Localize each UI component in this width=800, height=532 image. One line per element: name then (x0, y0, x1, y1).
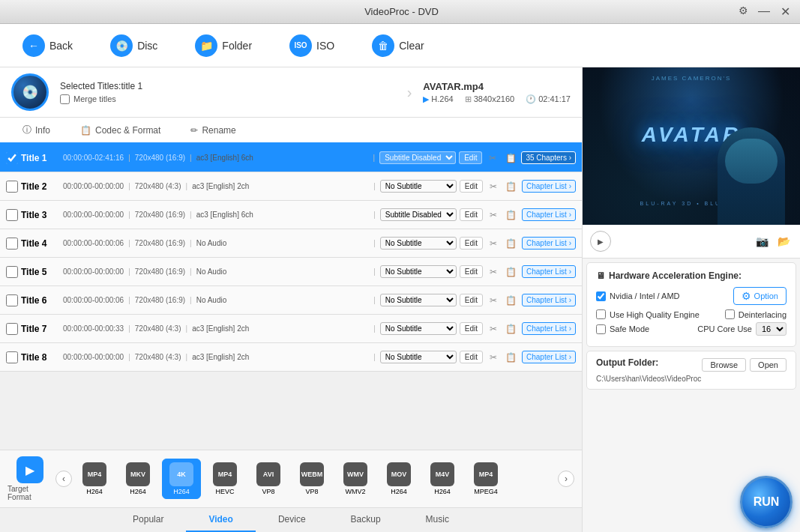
title-row[interactable]: Title 1 00:00:00-02:41:16 | 720x480 (16:… (0, 144, 582, 172)
edit-button[interactable]: Edit (460, 208, 483, 221)
format-item[interactable]: 4K H264 (162, 459, 201, 499)
option-button[interactable]: ⚙ Option (733, 287, 787, 305)
title-checkbox[interactable] (6, 238, 18, 250)
edit-button[interactable]: Edit (459, 151, 482, 164)
subtitle-select[interactable]: No SubtitleSubtitle Disabled (380, 351, 457, 363)
title-checkbox[interactable] (6, 152, 18, 164)
format-item[interactable]: WEBM VP8 (292, 459, 331, 499)
copy-icon[interactable]: 📋 (504, 321, 519, 336)
settings-icon[interactable]: ⚙ (736, 4, 751, 19)
bottom-tab-backup[interactable]: Backup (328, 508, 403, 532)
title-checkbox[interactable] (6, 351, 18, 363)
iso-button[interactable]: ISO ISO (282, 30, 342, 61)
clear-button[interactable]: 🗑 Clear (364, 30, 431, 61)
format-item[interactable]: WMV WMV2 (336, 459, 375, 499)
chapter-list-button[interactable]: Chapter List › (522, 265, 576, 278)
tab-codec-format[interactable]: 📋 Codec & Format (65, 118, 175, 144)
screenshot-icon[interactable]: 📷 (753, 232, 771, 250)
tab-rename[interactable]: ✏ Rename (175, 118, 250, 144)
edit-button[interactable]: Edit (460, 237, 483, 250)
title-row[interactable]: Title 8 00:00:00-00:00:00 | 720x480 (4:3… (0, 343, 582, 372)
format-item[interactable]: M4V H264 (423, 459, 462, 499)
folder-button[interactable]: 📁 Folder (187, 30, 259, 61)
cut-icon[interactable]: ✂ (486, 236, 501, 251)
chapter-list-button[interactable]: Chapter List › (522, 294, 576, 306)
title-row[interactable]: Title 6 00:00:00-00:00:06 | 720x480 (16:… (0, 286, 582, 315)
copy-icon[interactable]: 📋 (504, 208, 519, 223)
chapter-list-button[interactable]: Chapter List › (522, 208, 576, 221)
cut-icon[interactable]: ✂ (486, 321, 501, 336)
title-row[interactable]: Title 2 00:00:00-00:00:00 | 720x480 (4:3… (0, 172, 582, 201)
cut-icon[interactable]: ✂ (486, 350, 501, 365)
title-checkbox[interactable] (6, 294, 18, 306)
cut-icon[interactable]: ✂ (485, 151, 500, 166)
subtitle-select[interactable]: No SubtitleSubtitle Disabled (380, 180, 457, 193)
title-checkbox[interactable] (6, 181, 18, 193)
open-button[interactable]: Open (750, 358, 787, 372)
cut-icon[interactable]: ✂ (486, 293, 501, 308)
title-checkbox[interactable] (6, 209, 18, 221)
title-checkbox[interactable] (6, 323, 18, 335)
nvidia-checkbox[interactable] (596, 291, 606, 301)
format-item[interactable]: MOV H264 (379, 459, 418, 499)
chapter-list-button[interactable]: Chapter List › (522, 351, 576, 363)
window-controls[interactable]: ⚙ — ✕ (736, 4, 793, 19)
format-item[interactable]: MP4 MPEG4 (466, 459, 505, 499)
format-item[interactable]: MP4 H264 (75, 459, 114, 499)
title-row[interactable]: Title 3 00:00:00-00:00:00 | 720x480 (16:… (0, 201, 582, 229)
title-checkbox[interactable] (6, 266, 18, 278)
subtitle-select[interactable]: No SubtitleSubtitle Disabled (380, 237, 457, 250)
bottom-tab-popular[interactable]: Popular (110, 508, 186, 532)
bottom-tab-device[interactable]: Device (256, 508, 328, 532)
format-item[interactable]: MKV H264 (118, 459, 157, 499)
subtitle-select[interactable]: Subtitle DisabledNo Subtitle (380, 208, 457, 221)
disc-button[interactable]: 💿 Disc (103, 30, 165, 61)
format-next-button[interactable]: › (558, 471, 574, 487)
cpu-core-select[interactable]: 16842 (756, 322, 787, 336)
copy-icon[interactable]: 📋 (504, 179, 519, 194)
play-button[interactable]: ▶ (590, 231, 611, 252)
bottom-tab-video[interactable]: Video (186, 508, 255, 532)
folder-open-icon[interactable]: 📂 (775, 232, 793, 250)
copy-icon[interactable]: 📋 (504, 350, 519, 365)
main-area: 💿 Selected Titles:title 1 Merge titles ›… (0, 67, 800, 532)
browse-button[interactable]: Browse (702, 358, 746, 372)
safe-mode-checkbox[interactable] (596, 324, 606, 334)
edit-button[interactable]: Edit (460, 294, 483, 306)
format-item[interactable]: AVI VP8 (249, 459, 288, 499)
edit-button[interactable]: Edit (460, 322, 483, 335)
high-quality-checkbox[interactable] (596, 309, 606, 319)
title-row[interactable]: Title 5 00:00:00-00:00:00 | 720x480 (16:… (0, 258, 582, 286)
edit-button[interactable]: Edit (460, 180, 483, 193)
cut-icon[interactable]: ✂ (486, 208, 501, 223)
bottom-tab-music[interactable]: Music (403, 508, 472, 532)
subtitle-select[interactable]: Subtitle DisabledNo Subtitle (379, 151, 456, 164)
back-button[interactable]: ← Back (15, 30, 80, 61)
subtitle-select[interactable]: No SubtitleSubtitle Disabled (380, 294, 457, 306)
format-prev-button[interactable]: ‹ (55, 471, 72, 487)
cut-icon[interactable]: ✂ (486, 179, 501, 194)
copy-icon[interactable]: 📋 (504, 293, 519, 308)
title-audio: ac3 [English] 2ch (192, 353, 369, 361)
subtitle-select[interactable]: No SubtitleSubtitle Disabled (380, 322, 457, 335)
format-item[interactable]: MP4 HEVC (205, 459, 244, 499)
chapter-list-button[interactable]: Chapter List › (522, 237, 576, 250)
deinterlacing-checkbox[interactable] (725, 309, 735, 319)
chapters-button[interactable]: 35 Chapters › (521, 151, 576, 164)
merge-titles-checkbox[interactable] (60, 94, 70, 104)
chapter-list-button[interactable]: Chapter List › (522, 322, 576, 335)
subtitle-select[interactable]: No SubtitleSubtitle Disabled (380, 265, 457, 278)
cut-icon[interactable]: ✂ (486, 265, 501, 279)
chapter-list-button[interactable]: Chapter List › (522, 180, 576, 193)
tab-info[interactable]: ⓘ Info (7, 118, 65, 144)
minimize-button[interactable]: — (757, 4, 772, 19)
copy-icon[interactable]: 📋 (504, 236, 519, 251)
copy-icon[interactable]: 📋 (503, 151, 518, 166)
title-row[interactable]: Title 4 00:00:00-00:00:06 | 720x480 (16:… (0, 229, 582, 258)
edit-button[interactable]: Edit (460, 351, 483, 363)
copy-icon[interactable]: 📋 (504, 265, 519, 279)
edit-button[interactable]: Edit (460, 265, 483, 278)
title-row[interactable]: Title 7 00:00:00-00:00:33 | 720x480 (4:3… (0, 315, 582, 343)
close-button[interactable]: ✕ (778, 4, 793, 19)
run-button[interactable]: RUN (740, 476, 793, 528)
